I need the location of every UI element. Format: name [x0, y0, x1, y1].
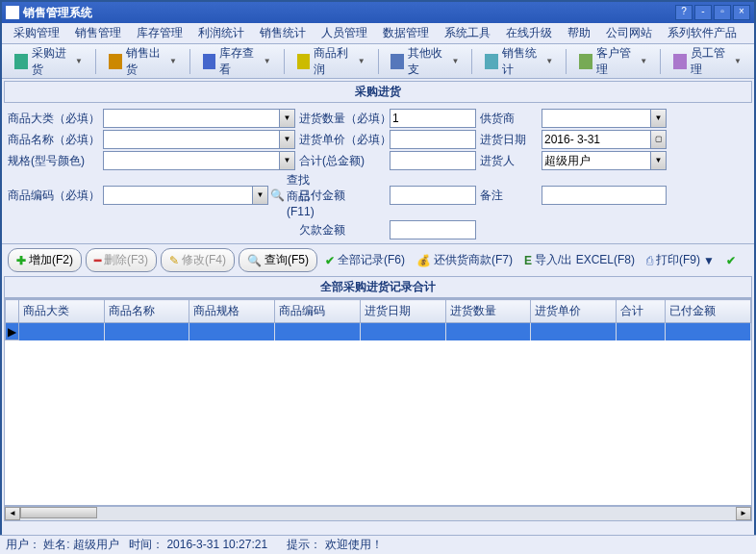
toolbar: 采购进货▼销售出货▼库存查看▼商品利润▼其他收支▼销售统计▼客户管理▼员工管理▼	[2, 44, 754, 79]
column-header[interactable]: 已付金额	[666, 300, 751, 323]
calendar-icon[interactable]: ▢	[651, 130, 667, 149]
pencil-icon: ✎	[169, 254, 179, 267]
column-header[interactable]: 商品规格	[189, 300, 275, 323]
status-user: 用户： 姓名: 超级用户 时间： 2016-3-31 10:27:21	[6, 537, 267, 553]
person-combo[interactable]: ▼	[542, 151, 667, 170]
tool-icon	[673, 54, 687, 69]
scroll-thumb[interactable]	[20, 507, 97, 518]
column-header[interactable]: 进货数量	[445, 300, 531, 323]
main-window: 销售管理系统 ? - ▫ × 采购管理销售管理库存管理利润统计销售统计人员管理数…	[0, 0, 756, 541]
date-picker[interactable]: ▢	[542, 130, 667, 149]
toolbar-button[interactable]: 员工管理▼	[667, 40, 748, 83]
name-label: 商品名称（必填）	[8, 132, 99, 148]
toolbar-button[interactable]: 采购进货▼	[8, 40, 89, 83]
chevron-down-icon[interactable]: ▼	[280, 109, 295, 128]
status-tip: 提示： 欢迎使用！	[287, 537, 382, 553]
owe-input[interactable]	[390, 220, 476, 239]
remark-label: 备注	[480, 188, 538, 204]
code-combo[interactable]: ▼	[103, 186, 268, 205]
add-button[interactable]: ✚增加(F2)	[8, 248, 82, 272]
toolbar-button[interactable]: 客户管理▼	[572, 40, 654, 83]
tool-icon	[203, 54, 216, 69]
chevron-down-icon[interactable]: ▼	[280, 130, 295, 149]
all-records-button[interactable]: ✔全部记录(F6)	[321, 249, 409, 271]
price-label: 进货单价（必填）	[299, 132, 386, 148]
total-label: 合计(总金额)	[299, 153, 386, 169]
search-icon: 🔍	[270, 189, 285, 202]
tool-icon	[297, 54, 311, 69]
panel-title: 采购进货	[4, 81, 752, 103]
person-label: 进货人	[480, 153, 538, 169]
column-header[interactable]: 商品名称	[104, 300, 189, 323]
remark-input[interactable]	[542, 186, 667, 205]
close-button[interactable]: ×	[733, 5, 750, 20]
toolbar-button[interactable]: 库存查看▼	[196, 40, 278, 83]
restore-button[interactable]: ▫	[714, 5, 731, 20]
total-input[interactable]	[390, 151, 476, 170]
column-header[interactable]: 商品编码	[275, 300, 361, 323]
chevron-down-icon[interactable]: ▼	[651, 151, 667, 170]
excel-button[interactable]: E导入/出 EXCEL(F8)	[520, 249, 639, 271]
excel-icon: E	[524, 254, 532, 267]
more-button[interactable]: ✔	[722, 251, 740, 270]
toolbar-button[interactable]: 销售统计▼	[478, 40, 560, 83]
check-icon: ✔	[325, 254, 335, 267]
quantity-label: 进货数量（必填）	[299, 111, 386, 127]
minimize-button[interactable]: -	[694, 5, 712, 20]
search-icon: 🔍	[247, 254, 262, 267]
scroll-left-button[interactable]: ◄	[5, 507, 20, 520]
tool-icon	[391, 54, 404, 69]
tool-icon	[109, 54, 122, 69]
window-title: 销售管理系统	[23, 5, 675, 21]
category-label: 商品大类（必填）	[8, 111, 99, 127]
spec-label: 规格(型号颜色)	[8, 153, 99, 169]
tool-icon	[14, 54, 28, 69]
statusbar: 用户： 姓名: 超级用户 时间： 2016-3-31 10:27:21 提示： …	[0, 535, 756, 554]
print-icon: ⎙	[646, 254, 653, 267]
plus-icon: ✚	[16, 254, 26, 267]
column-header[interactable]: 合计	[616, 300, 665, 323]
supplier-label: 供货商	[480, 111, 538, 127]
scroll-right-button[interactable]: ►	[736, 507, 751, 520]
date-label: 进货日期	[480, 132, 538, 148]
help-button[interactable]: ?	[675, 5, 693, 20]
quantity-input[interactable]	[390, 109, 476, 128]
table-row[interactable]: ▶	[6, 323, 751, 340]
column-header[interactable]: 进货日期	[360, 300, 445, 323]
chevron-down-icon[interactable]: ▼	[651, 109, 667, 128]
form-area: 商品大类（必填） ▼ 进货数量（必填） 供货商 ▼ 商品名称（必填） ▼ 进货单…	[2, 105, 754, 243]
chevron-down-icon[interactable]: ▼	[253, 186, 268, 205]
return-payment-button[interactable]: 💰还供货商款(F7)	[413, 249, 517, 271]
price-input[interactable]	[390, 130, 476, 149]
grid-title: 全部采购进货记录合计	[4, 276, 752, 298]
horizontal-scrollbar[interactable]: ◄ ►	[4, 506, 752, 521]
tool-icon	[485, 54, 498, 69]
edit-button[interactable]: ✎修改(F4)	[161, 248, 235, 272]
money-icon: 💰	[416, 254, 431, 267]
actionbar: ✚增加(F2) ━删除(F3) ✎修改(F4) 🔍查询(F5) ✔全部记录(F6…	[2, 243, 754, 276]
column-header[interactable]: 商品大类	[19, 300, 105, 323]
paid-input[interactable]	[390, 186, 476, 205]
toolbar-button[interactable]: 商品利润▼	[290, 40, 372, 83]
toolbar-button[interactable]: 其他收支▼	[384, 40, 466, 83]
paid-label: 已付金额	[299, 188, 386, 204]
app-icon	[6, 6, 19, 19]
name-combo[interactable]: ▼	[103, 130, 295, 149]
column-header[interactable]: 进货单价	[531, 300, 617, 323]
toolbar-button[interactable]: 销售出货▼	[102, 40, 184, 83]
tool-icon	[579, 54, 592, 69]
minus-icon: ━	[94, 254, 101, 267]
data-grid[interactable]: 商品大类商品名称商品规格商品编码进货日期进货数量进货单价合计已付金额 ▶	[4, 298, 752, 506]
chevron-down-icon[interactable]: ▼	[280, 151, 295, 170]
code-label: 商品编码（必填）	[8, 188, 99, 204]
delete-button[interactable]: ━删除(F3)	[86, 248, 157, 272]
check-icon: ✔	[726, 254, 736, 267]
print-button[interactable]: ⎙打印(F9)▼	[643, 249, 718, 271]
category-combo[interactable]: ▼	[103, 109, 295, 128]
query-button[interactable]: 🔍查询(F5)	[239, 248, 317, 272]
supplier-combo[interactable]: ▼	[542, 109, 667, 128]
spec-combo[interactable]: ▼	[103, 151, 295, 170]
owe-label: 欠款金额	[299, 222, 386, 239]
titlebar: 销售管理系统 ? - ▫ ×	[2, 2, 754, 23]
